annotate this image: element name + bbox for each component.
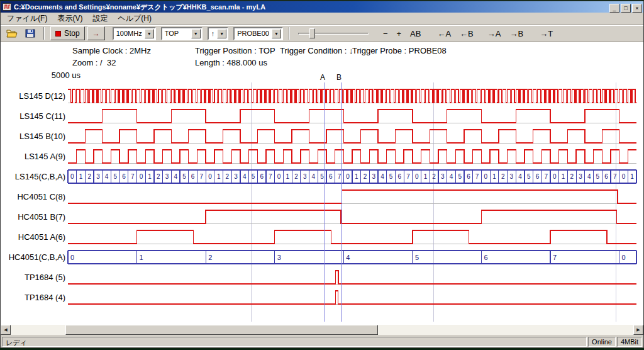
app-icon [3, 3, 12, 11]
svg-text:7: 7 [544, 173, 548, 180]
goto-trigger-button[interactable]: →T [536, 28, 556, 40]
svg-text:1: 1 [140, 254, 143, 261]
svg-text:6: 6 [329, 173, 333, 180]
svg-text:6: 6 [604, 173, 608, 180]
dropdown-icon[interactable]: ▼ [145, 29, 154, 38]
svg-text:6: 6 [467, 173, 470, 180]
goto-marker-a-right-button[interactable]: →A [484, 28, 504, 40]
svg-text:4: 4 [518, 173, 522, 180]
svg-text:7: 7 [131, 173, 135, 180]
dropdown-icon[interactable]: ▼ [191, 29, 201, 38]
menu-help[interactable]: ヘルプ(H) [113, 12, 157, 25]
svg-text:3: 3 [510, 173, 514, 180]
svg-text:5: 5 [527, 173, 531, 180]
svg-text:HC4051 B(7): HC4051 B(7) [18, 212, 65, 222]
trigger-position-value: TOP [162, 30, 191, 37]
svg-text:0: 0 [622, 173, 626, 180]
svg-text:0: 0 [346, 173, 350, 180]
minimize-button[interactable]: _ [609, 4, 619, 13]
sample-rate-value: 100MHz [114, 30, 145, 37]
menu-file[interactable]: ファイル(F) [2, 12, 52, 25]
svg-text:4: 4 [450, 173, 453, 180]
zoom-in-button[interactable]: + [394, 28, 405, 40]
svg-text:0: 0 [208, 173, 212, 180]
maximize-button[interactable]: □ [621, 4, 631, 13]
svg-text:LS145 D(12): LS145 D(12) [19, 91, 65, 101]
ab-markers-button[interactable]: AB [407, 28, 424, 40]
svg-text:5: 5 [458, 173, 462, 180]
svg-text:HC4051 A(6): HC4051 A(6) [18, 232, 65, 242]
trigger-probe-value: PROBE00 [235, 30, 272, 37]
horizontal-scrollbar[interactable]: ◀ ▶ [1, 325, 643, 335]
online-indicator: Online [588, 337, 616, 347]
svg-text:3: 3 [165, 173, 169, 180]
goto-marker-a-left-button[interactable]: ←A [434, 28, 454, 40]
svg-text:2: 2 [364, 173, 367, 180]
svg-text:4: 4 [312, 173, 316, 180]
title-bar[interactable]: C:¥Documents and Settings¥noname¥デスクトップ¥… [1, 1, 643, 13]
zoom-out-button[interactable]: − [380, 28, 391, 40]
svg-text:0: 0 [70, 173, 74, 180]
svg-text:7: 7 [553, 254, 557, 261]
svg-text:TP1684 (5): TP1684 (5) [25, 273, 65, 282]
stop-icon [55, 31, 61, 37]
stop-button[interactable]: Stop [50, 26, 85, 40]
waveform-area: Sample Clock : 2MHz Trigger Position : T… [1, 42, 643, 325]
svg-text:1: 1 [79, 173, 83, 180]
svg-text:5: 5 [596, 173, 600, 180]
svg-text:4: 4 [587, 173, 591, 180]
svg-text:LS145 B(10): LS145 B(10) [19, 132, 65, 141]
trigger-position-select[interactable]: TOP ▼ [161, 27, 203, 40]
svg-text:4: 4 [380, 173, 384, 180]
goto-marker-b-left-button[interactable]: ←B [457, 28, 477, 40]
trigger-probe-select[interactable]: PROBE00 ▼ [233, 27, 283, 40]
info-trigger-position: Trigger Position : TOP [195, 46, 275, 55]
svg-text:7: 7 [338, 173, 341, 180]
svg-text:4: 4 [174, 173, 177, 180]
info-trigger-probe: Trigger Probe : PROBE08 [352, 46, 447, 55]
svg-text:5: 5 [389, 173, 393, 180]
menu-bar: ファイル(F) 表示(V) 設定 ヘルプ(H) [1, 13, 643, 25]
svg-text:3: 3 [234, 173, 238, 180]
svg-text:4: 4 [243, 173, 247, 180]
close-button[interactable]: × [632, 4, 642, 13]
info-sample-clock: Sample Clock : 2MHz [72, 46, 151, 55]
info-zoom: Zoom : / 32 [72, 58, 116, 67]
zoom-slider-thumb[interactable] [309, 28, 315, 38]
svg-text:2: 2 [226, 173, 230, 180]
svg-text:3: 3 [96, 173, 100, 180]
window-title: C:¥Documents and Settings¥noname¥デスクトップ¥… [14, 3, 608, 12]
svg-text:7: 7 [613, 173, 617, 180]
run-button[interactable]: → [87, 26, 105, 40]
svg-text:3: 3 [441, 173, 445, 180]
svg-text:HC4051(C,B,A): HC4051(C,B,A) [9, 252, 65, 262]
menu-settings[interactable]: 設定 [87, 12, 113, 25]
scrollbar-thumb[interactable] [65, 325, 378, 335]
trigger-edge-select[interactable]: ↑ ▼ [208, 27, 229, 40]
svg-text:3: 3 [372, 173, 375, 180]
info-length: Length : 488.000 us [195, 58, 267, 67]
sample-rate-select[interactable]: 100MHz ▼ [113, 27, 156, 40]
toolbar: Stop → 100MHz ▼ TOP ▼ ↑ ▼ PROBE00 ▼ − + … [1, 25, 643, 42]
toolbar-separator [289, 27, 290, 40]
scroll-left-button[interactable]: ◀ [1, 325, 11, 335]
svg-text:4: 4 [346, 254, 350, 261]
open-folder-icon [6, 29, 18, 38]
goto-marker-b-right-button[interactable]: →B [506, 28, 526, 40]
scroll-right-button[interactable]: ▶ [633, 325, 643, 335]
svg-text:7: 7 [406, 173, 410, 180]
zoom-slider[interactable] [298, 27, 369, 40]
svg-text:3: 3 [277, 254, 281, 261]
dropdown-icon[interactable]: ▼ [272, 29, 281, 38]
open-file-button[interactable] [4, 28, 20, 39]
svg-text:LS145(C,B,A): LS145(C,B,A) [15, 172, 65, 181]
svg-text:2: 2 [501, 173, 505, 180]
svg-text:1: 1 [355, 173, 358, 180]
svg-text:HC4051 C(8): HC4051 C(8) [17, 192, 65, 201]
save-file-button[interactable] [23, 28, 38, 39]
svg-text:0: 0 [484, 173, 488, 180]
dropdown-icon[interactable]: ▼ [217, 29, 226, 38]
svg-text:5: 5 [415, 254, 419, 261]
info-trigger-condition: Trigger Condition : ↓ [280, 46, 353, 55]
menu-view[interactable]: 表示(V) [52, 12, 87, 25]
